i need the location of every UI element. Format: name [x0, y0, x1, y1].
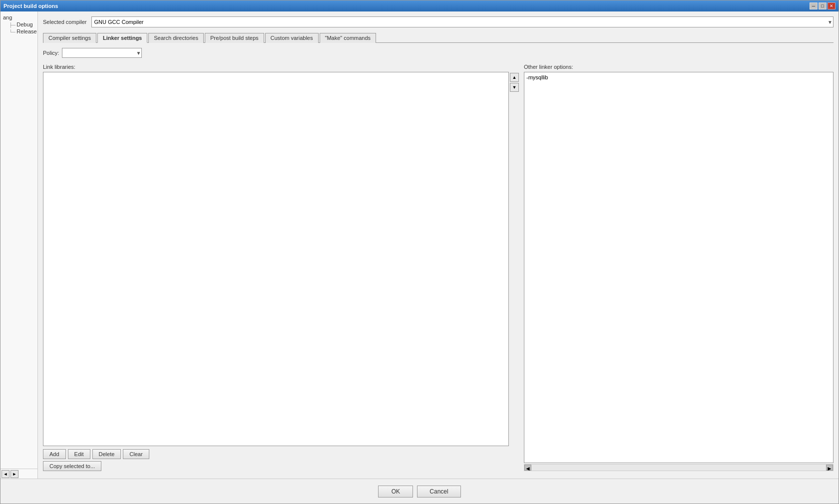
move-down-arrow[interactable]: ▼ — [510, 83, 519, 92]
compiler-dropdown[interactable]: GNU GCC Compiler — [91, 16, 834, 27]
tab-linker-settings[interactable]: Linker settings — [97, 33, 147, 43]
add-button[interactable]: Add — [43, 449, 66, 459]
left-panel: ang Debug Release ◄ ► — [0, 11, 38, 479]
left-panel-bottom: ◄ ► — [0, 469, 37, 479]
move-up-arrow[interactable]: ▲ — [510, 73, 519, 82]
title-bar: Project build options ─ □ ✕ — [0, 0, 839, 11]
close-button[interactable]: ✕ — [828, 2, 836, 9]
library-buttons-row: Add Edit Delete Clear — [43, 449, 519, 459]
scroll-arrows: ◄ ► — [1, 470, 18, 478]
libraries-list[interactable] — [43, 72, 509, 446]
scroll-left-arrow[interactable]: ◄ — [1, 470, 9, 478]
tab-custom-variables[interactable]: Custom variables — [265, 33, 319, 43]
scroll-left-btn[interactable]: ◄ — [524, 465, 531, 471]
panel-with-arrows: ▲ ▼ — [43, 72, 519, 446]
minimize-button[interactable]: ─ — [810, 2, 818, 9]
main-layout: ang Debug Release ◄ ► Selected compiler … — [0, 11, 839, 479]
tab-compiler-settings[interactable]: Compiler settings — [43, 33, 96, 43]
policy-label: Policy: — [43, 50, 59, 56]
other-linker-scrollbar[interactable]: ◄ ► — [524, 464, 834, 471]
other-linker-label: Other linker options: — [524, 64, 834, 70]
content-panels: Link libraries: ▲ ▼ Add Edit Delete Clea… — [43, 64, 834, 471]
dialog-container: Project build options ─ □ ✕ ang Debug Re… — [0, 0, 839, 504]
policy-dropdown[interactable] — [62, 48, 142, 58]
right-panel: Selected compiler GNU GCC Compiler ▼ Com… — [38, 11, 839, 479]
edit-button[interactable]: Edit — [68, 449, 90, 459]
link-libraries-panel: Link libraries: ▲ ▼ Add Edit Delete Clea… — [43, 64, 519, 471]
tabs-bar: Compiler settings Linker settings Search… — [43, 32, 834, 43]
tree-item-release[interactable]: Release — [2, 28, 36, 35]
tree-root-ang[interactable]: ang — [2, 14, 36, 21]
compiler-dropdown-wrapper: GNU GCC Compiler ▼ — [91, 16, 834, 27]
cancel-button[interactable]: Cancel — [417, 486, 460, 498]
ok-button[interactable]: OK — [378, 486, 413, 498]
title-bar-controls: ─ □ ✕ — [810, 2, 836, 9]
restore-button[interactable]: □ — [819, 2, 827, 9]
selected-compiler-label: Selected compiler — [43, 19, 86, 25]
tab-make-commands[interactable]: "Make" commands — [320, 33, 377, 43]
dialog-title: Project build options — [3, 3, 58, 9]
copy-selected-button[interactable]: Copy selected to... — [43, 461, 101, 471]
other-linker-textarea[interactable]: -mysqllib — [524, 72, 834, 463]
policy-row: Policy: ▼ — [43, 48, 834, 58]
tree-item-debug[interactable]: Debug — [2, 21, 36, 28]
copy-selected-row: Copy selected to... — [43, 461, 519, 471]
clear-button[interactable]: Clear — [123, 449, 149, 459]
policy-dropdown-wrapper: ▼ — [62, 48, 142, 58]
bottom-buttons: OK Cancel — [0, 479, 839, 504]
link-libraries-label: Link libraries: — [43, 64, 519, 70]
selected-compiler-row: Selected compiler GNU GCC Compiler ▼ — [43, 16, 834, 27]
tab-search-directories[interactable]: Search directories — [148, 33, 204, 43]
scroll-right-btn[interactable]: ► — [826, 465, 833, 471]
delete-button[interactable]: Delete — [92, 449, 121, 459]
list-arrows: ▲ ▼ — [510, 72, 519, 446]
tab-prepost-build[interactable]: Pre/post build steps — [205, 33, 264, 43]
scroll-right-arrow[interactable]: ► — [10, 470, 18, 478]
other-linker-panel: Other linker options: -mysqllib ◄ ► — [524, 64, 834, 471]
